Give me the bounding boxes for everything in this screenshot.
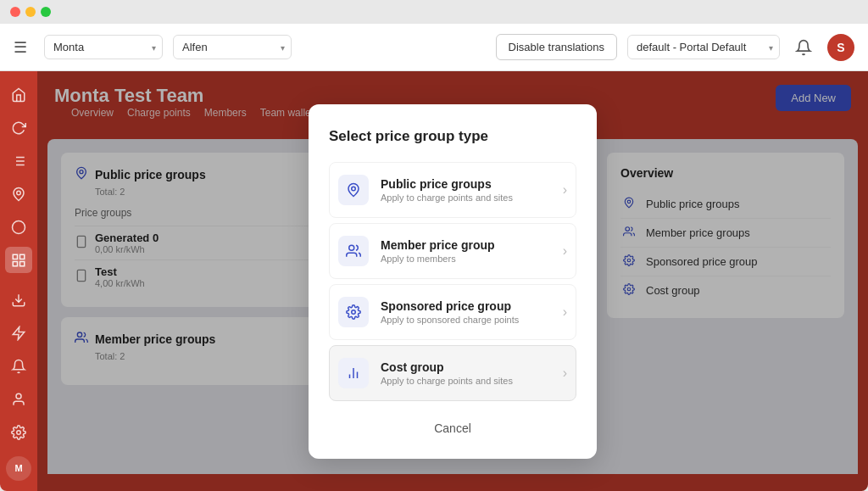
- modal-option-sponsored-icon: [338, 297, 369, 327]
- svg-point-26: [352, 187, 356, 191]
- location-select[interactable]: Alfen: [173, 35, 292, 59]
- modal-option-cost-arrow: ›: [563, 365, 567, 381]
- svg-point-28: [352, 310, 356, 314]
- sidebar-icon-list[interactable]: [5, 148, 32, 174]
- modal-footer: Cancel: [329, 406, 576, 442]
- notification-icon[interactable]: [790, 34, 817, 61]
- modal-option-public[interactable]: Public price groups Apply to charge poin…: [329, 162, 576, 218]
- sidebar-icon-user[interactable]: [5, 387, 32, 413]
- portal-select[interactable]: default - Portal Default: [627, 35, 780, 59]
- company-select-wrapper: Monta: [44, 35, 163, 59]
- modal-option-member-arrow: ›: [563, 243, 567, 259]
- modal-dialog: Select price group type Public price gro…: [309, 104, 597, 459]
- modal-option-public-title: Public price groups: [381, 177, 551, 191]
- maximize-button[interactable]: [41, 7, 51, 17]
- modal-option-sponsored-content: Sponsored price group Apply to sponsored…: [381, 299, 551, 325]
- content-area: M Monta Test Team Overview Charge points…: [0, 71, 868, 491]
- modal-option-public-icon: [338, 175, 369, 205]
- modal-overlay[interactable]: Select price group type Public price gro…: [37, 71, 868, 491]
- portal-select-wrapper: default - Portal Default: [627, 35, 780, 59]
- sidebar-icon-circle[interactable]: [5, 214, 32, 240]
- hamburger-icon[interactable]: ☰: [14, 38, 27, 57]
- sidebar-icon-refresh[interactable]: [5, 114, 32, 141]
- svg-point-14: [16, 393, 21, 399]
- svg-point-7: [13, 220, 25, 233]
- modal-option-cost-content: Cost group Apply to charge points and si…: [381, 360, 551, 386]
- sidebar-icon-grid[interactable]: [5, 247, 32, 273]
- cancel-button[interactable]: Cancel: [417, 415, 488, 442]
- svg-rect-10: [13, 261, 17, 265]
- svg-point-27: [349, 245, 354, 250]
- topbar: ☰ Monta Alfen Disable translations defau…: [0, 24, 868, 71]
- svg-marker-13: [13, 327, 25, 340]
- modal-option-cost-desc: Apply to charge points and sites: [381, 376, 551, 386]
- avatar[interactable]: S: [827, 34, 854, 61]
- disable-translations-button[interactable]: Disable translations: [496, 34, 617, 60]
- modal-option-member-icon: [338, 236, 369, 266]
- sidebar: M: [0, 71, 37, 491]
- minimize-button[interactable]: [25, 7, 36, 17]
- modal-option-member-content: Member price group Apply to members: [381, 238, 551, 264]
- main-content: Monta Test Team Overview Charge points M…: [37, 71, 868, 491]
- svg-point-6: [17, 191, 21, 195]
- titlebar: [0, 0, 868, 24]
- svg-rect-11: [20, 261, 25, 265]
- sidebar-icon-location[interactable]: [5, 181, 32, 207]
- company-select[interactable]: Monta: [44, 35, 163, 59]
- modal-option-member-title: Member price group: [381, 238, 551, 252]
- app-window: ☰ Monta Alfen Disable translations defau…: [0, 24, 868, 491]
- modal-option-cost[interactable]: Cost group Apply to charge points and si…: [329, 345, 576, 401]
- modal-option-public-desc: Apply to charge points and sites: [381, 192, 551, 203]
- modal-option-sponsored-title: Sponsored price group: [381, 299, 551, 313]
- sidebar-icon-bell[interactable]: [5, 354, 32, 380]
- modal-option-cost-title: Cost group: [381, 360, 551, 374]
- svg-point-15: [17, 431, 21, 435]
- modal-option-sponsored-arrow: ›: [563, 304, 567, 320]
- modal-option-public-arrow: ›: [563, 182, 567, 198]
- modal-option-sponsored-desc: Apply to sponsored charge points: [381, 315, 551, 325]
- sidebar-avatar[interactable]: M: [6, 456, 31, 481]
- modal-option-cost-icon: [338, 358, 369, 388]
- modal-option-member-desc: Apply to members: [381, 254, 551, 264]
- svg-rect-9: [20, 254, 25, 259]
- modal-option-public-content: Public price groups Apply to charge poin…: [381, 177, 551, 203]
- close-button[interactable]: [10, 7, 20, 17]
- svg-rect-8: [13, 254, 17, 259]
- location-select-wrapper: Alfen: [173, 35, 292, 59]
- sidebar-icon-zap[interactable]: [5, 321, 32, 347]
- modal-option-member[interactable]: Member price group Apply to members ›: [329, 223, 576, 279]
- modal-title: Select price group type: [329, 128, 576, 145]
- modal-option-sponsored[interactable]: Sponsored price group Apply to sponsored…: [329, 284, 576, 340]
- sidebar-icon-home[interactable]: [5, 81, 32, 108]
- sidebar-icon-download[interactable]: [5, 287, 32, 313]
- sidebar-icon-settings[interactable]: [5, 420, 32, 446]
